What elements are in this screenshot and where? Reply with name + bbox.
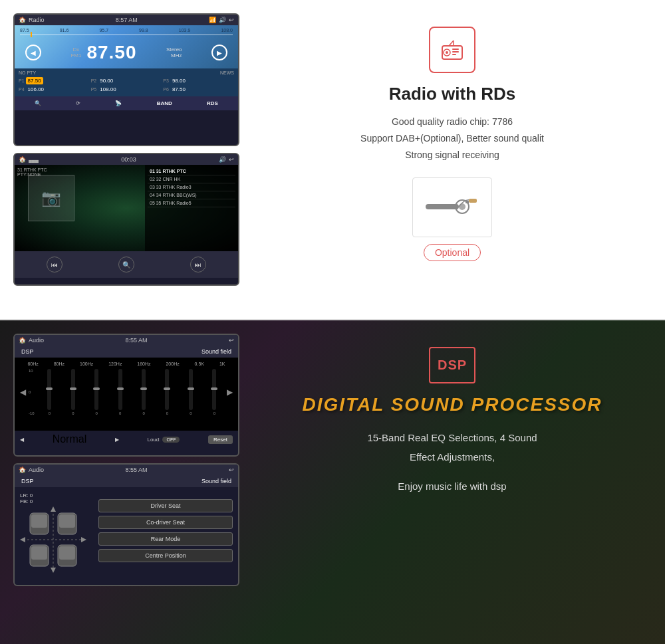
freq-label-1: 87.5 (20, 28, 29, 33)
dsp-sf-status-left: 🏠 Audio (19, 467, 44, 473)
svg-rect-8 (426, 204, 459, 209)
eq-left-arrow[interactable]: ◀ (20, 387, 26, 397)
search-button[interactable]: 🔍 (31, 99, 45, 108)
media-back-icon[interactable]: ↩ (229, 156, 234, 163)
eq-track-2 (71, 369, 75, 410)
eq-handle-4[interactable] (117, 387, 124, 390)
eq-bar-4[interactable]: 0 (110, 369, 130, 415)
preset-cell-p3[interactable]: P3 98.00 (163, 77, 234, 84)
dsp-sf-back[interactable]: ↩ (229, 467, 234, 473)
svg-point-2 (446, 51, 448, 54)
media-home-icon[interactable]: 🏠 (19, 156, 26, 163)
freq-label-4: 99.8 (139, 28, 148, 33)
media-station-list: 01 31 RTHK PTC 02 32 CNR HK 03 33 RTHK R… (145, 165, 238, 251)
eq-bar-7[interactable]: 0 (181, 369, 200, 415)
freq-1k: 1K (219, 362, 225, 366)
eq-bar-8[interactable]: 0 (205, 369, 224, 415)
volume-icon: 🔊 (219, 17, 226, 23)
preset-cell-p6[interactable]: P6 87.50 (163, 86, 234, 93)
eq-handle-6[interactable] (164, 387, 170, 390)
radio-presets: NO PTY NEWS P1 87.50 P2 90.00 P3 98.00 (15, 68, 238, 96)
prev-mode-button[interactable]: ◀ (20, 437, 24, 443)
mode-normal-label: Normal (53, 433, 87, 445)
next-station-button[interactable]: ▶ (211, 45, 227, 60)
prev-button[interactable]: ⏮ (47, 257, 63, 272)
station-item-5[interactable]: 05 35 RTHK Radio5 (148, 199, 235, 207)
eq-handle-1[interactable] (46, 387, 53, 390)
dsp-sf-home-icon[interactable]: 🏠 (19, 467, 26, 473)
eq-bars-container: ◀ 10 0 -10 (20, 369, 233, 415)
next-mode-button[interactable]: ▶ (115, 437, 119, 443)
eq-handle-3[interactable] (93, 387, 100, 390)
status-left: 🏠 Radio (19, 17, 45, 23)
loud-toggle[interactable]: Loud: OFF (147, 437, 180, 443)
preset-row-1: P1 87.50 P2 90.00 P3 98.00 (19, 77, 234, 84)
dsp-eq-back[interactable]: ↩ (229, 337, 234, 344)
freq-bar: 87.5 91.6 95.7 99.8 103.9 108.0 (20, 28, 233, 33)
repeat-button[interactable]: ⟳ (72, 99, 84, 108)
eq-val-1: 0 (49, 411, 51, 415)
rds-button[interactable]: RDS (203, 99, 221, 108)
svg-marker-26 (81, 537, 86, 542)
eq-bar-2[interactable]: 0 (63, 369, 82, 415)
radio-feature-panel: Radio with RDs Good quality radio chip: … (253, 13, 652, 306)
freq-label-5: 103.9 (179, 28, 191, 33)
dsp-eq-screen: 🏠 Audio 8:55 AM ↩ DSP Sound field 60Hz 8… (13, 334, 239, 457)
station-item-4[interactable]: 04 34 RTHK BBC(WS) (148, 191, 235, 199)
off-toggle[interactable]: OFF (162, 437, 180, 443)
eq-handle-7[interactable] (188, 387, 194, 390)
feature-title: Radio with RDs (389, 84, 516, 104)
bottom-content: 🏠 Audio 8:55 AM ↩ DSP Sound field 60Hz 8… (0, 320, 665, 644)
dsp-eq-status-left: 🏠 Audio (19, 337, 44, 344)
eq-right-arrow[interactable]: ▶ (227, 387, 233, 397)
band-button[interactable]: BAND (154, 99, 176, 108)
eq-bar-3[interactable]: 0 (87, 369, 106, 415)
home-icon[interactable]: 🏠 (19, 17, 26, 23)
freq-number: 87.50 (86, 42, 136, 63)
eq-track-6 (165, 369, 169, 410)
station-item-1[interactable]: 01 31 RTHK PTC (148, 167, 235, 175)
no-pty-news: NO PTY NEWS (19, 70, 234, 75)
freq-200hz: 200Hz (166, 362, 179, 366)
radio-info: Stereo MHz (166, 47, 182, 58)
station-item-2[interactable]: 02 32 CNR HK (148, 175, 235, 183)
preset-cell-p1[interactable]: P1 87.50 (19, 77, 90, 84)
station-item-3[interactable]: 03 33 RTHK Radio3 (148, 183, 235, 191)
eq-track-8 (212, 369, 216, 410)
svg-rect-11 (469, 199, 477, 203)
search-media-button[interactable]: 🔍 (118, 257, 134, 272)
eq-bar-1[interactable]: 0 (40, 369, 59, 415)
svg-marker-25 (20, 537, 25, 542)
radio-icon-box (429, 27, 475, 73)
eq-handle-8[interactable] (211, 387, 217, 390)
svg-rect-14 (31, 514, 47, 528)
dx-label: Dx (70, 47, 81, 53)
dsp-eq-home-icon[interactable]: 🏠 (19, 337, 26, 344)
preset-cell-p5[interactable]: P5 108.00 (91, 86, 162, 93)
codriver-seat-button[interactable]: Co-driver Seat (98, 516, 233, 529)
eq-bar-6[interactable]: 0 (158, 369, 177, 415)
reset-button[interactable]: Reset (208, 435, 233, 444)
back-icon[interactable]: ↩ (229, 17, 234, 23)
eq-track-1 (47, 369, 51, 410)
rear-mode-button[interactable]: Rear Mode (98, 532, 233, 546)
centre-position-button[interactable]: Centre Position (98, 549, 233, 562)
svg-rect-5 (452, 54, 456, 55)
preset-cell-p2[interactable]: P2 90.00 (91, 77, 162, 84)
radio-body: 87.5 91.6 95.7 99.8 103.9 108.0 ◀ Dx FM1 (15, 25, 238, 68)
preset-cell-p4[interactable]: P4 106.00 (19, 86, 90, 93)
signal-icon: 📶 (209, 17, 216, 23)
eq-bar-5[interactable]: 0 (134, 369, 153, 415)
feature-description: Good quality radio chip: 7786 Support DA… (360, 114, 544, 164)
freq-60hz: 60Hz (27, 362, 38, 366)
eq-handle-2[interactable] (70, 387, 76, 390)
dsp-big-title: DIGITAL SOUND PROCESSOR (302, 394, 602, 415)
dsp-label: DSP (21, 348, 34, 355)
dsp-sf-statusbar: 🏠 Audio 8:55 AM ↩ (15, 465, 238, 475)
prev-station-button[interactable]: ◀ (25, 45, 41, 60)
eq-handle-5[interactable] (140, 387, 147, 390)
antenna-button[interactable]: 📡 (112, 99, 125, 108)
driver-seat-button[interactable]: Driver Seat (98, 499, 233, 512)
next-button[interactable]: ⏭ (190, 257, 206, 272)
seat-diagram-svg (20, 506, 86, 573)
